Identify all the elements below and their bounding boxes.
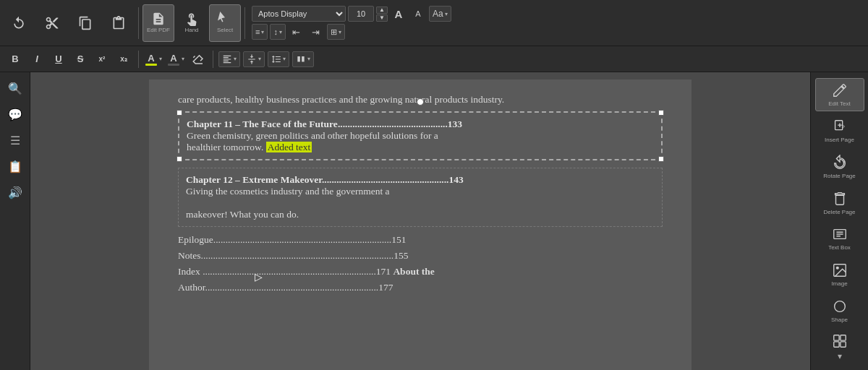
- highlight-letter: A: [148, 53, 154, 64]
- rotate-handle[interactable]: [417, 98, 424, 106]
- insert-page-button[interactable]: Insert Page: [815, 114, 864, 147]
- rotate-page-button[interactable]: Rotate Page: [815, 150, 864, 184]
- erase-format-button[interactable]: [189, 50, 208, 69]
- italic-button[interactable]: I: [27, 50, 46, 69]
- index-line: Index ..................................…: [178, 266, 663, 278]
- font-size-controls: ▲ ▼: [376, 7, 388, 22]
- align-dropdown[interactable]: ≡▾: [252, 24, 268, 40]
- font-size-input[interactable]: [348, 6, 374, 22]
- handle-top-left[interactable]: [176, 110, 182, 116]
- indent-increase[interactable]: ⇥: [307, 24, 325, 40]
- svg-rect-5: [833, 335, 838, 340]
- underline-button[interactable]: U: [49, 50, 68, 69]
- chapter12-body: Giving the cosmetics industry and the go…: [186, 186, 655, 220]
- edit-pdf-button[interactable]: Edit PDF: [142, 4, 174, 42]
- text-color-dropdown-arrow[interactable]: ▾: [182, 56, 184, 62]
- hand-button[interactable]: Hand: [176, 4, 208, 42]
- paste-button[interactable]: [103, 4, 135, 42]
- select-label: Select: [217, 27, 233, 34]
- paragraph-align-dropdown[interactable]: ▾: [218, 51, 240, 67]
- menu-icon[interactable]: ☰: [5, 130, 25, 150]
- chapter11-box[interactable]: Chapter 11 – The Face of the Future.....…: [178, 111, 663, 160]
- font-size-up[interactable]: ▲: [376, 7, 388, 14]
- notes-line: Notes...................................…: [178, 250, 663, 262]
- text-box-button[interactable]: Text Box: [815, 223, 864, 256]
- text-color-bar: [168, 64, 179, 66]
- separator-4: [213, 51, 213, 68]
- superscript-button[interactable]: x²: [93, 50, 111, 69]
- font-family-select[interactable]: Aptos Display: [252, 6, 346, 22]
- edit-text-button[interactable]: Edit Text: [815, 78, 864, 111]
- audio-icon[interactable]: 🔊: [5, 182, 25, 202]
- delete-page-label: Delete Page: [823, 209, 855, 215]
- more-tools-button[interactable]: ▾: [815, 330, 864, 364]
- font-shrink-button[interactable]: A: [409, 6, 427, 22]
- toolbar-bottom: B I U S x² x₂ A ▾ A ▾ ▾ ▾ ▾: [0, 46, 868, 72]
- line-space-dropdown[interactable]: ▾: [268, 51, 289, 67]
- text-color-button[interactable]: A ▾: [166, 51, 186, 67]
- svg-rect-8: [840, 342, 845, 347]
- separator-1: [138, 7, 139, 39]
- edit-pdf-label: Edit PDF: [147, 27, 170, 34]
- chapter11-title: Chapter 11 – The Face of the Future.....…: [187, 119, 654, 130]
- chapter12-box[interactable]: Chapter 12 – Extreme Makeover...........…: [178, 168, 663, 227]
- delete-page-button[interactable]: Delete Page: [815, 186, 864, 220]
- handle-bottom-right[interactable]: [658, 156, 664, 162]
- image-label: Image: [831, 280, 847, 287]
- insert-page-label: Insert Page: [825, 137, 854, 143]
- text-box-label: Text Box: [828, 244, 851, 251]
- indent-decrease[interactable]: ⇤: [288, 24, 305, 40]
- chapter12-title: Chapter 12 – Extreme Makeover...........…: [186, 174, 655, 186]
- vert-align-dropdown[interactable]: ▾: [243, 51, 265, 67]
- text-color-letter: A: [170, 53, 176, 64]
- image-button[interactable]: Image: [815, 258, 864, 291]
- separator-2: [244, 7, 245, 39]
- search-icon[interactable]: 🔍: [5, 78, 25, 98]
- note-icon[interactable]: 📋: [5, 156, 25, 176]
- main-area: 🔍 💬 ☰ 📋 🔊 care products, healthy busines…: [0, 72, 868, 370]
- highlight-dropdown-arrow[interactable]: ▾: [159, 56, 162, 62]
- left-sidebar: 🔍 💬 ☰ 📋 🔊: [0, 72, 30, 370]
- svg-rect-6: [840, 335, 845, 340]
- handle-top-right[interactable]: [658, 110, 664, 116]
- comments-icon[interactable]: 💬: [5, 104, 25, 124]
- right-toolbar: Edit Text Insert Page Rotate Page Delete…: [810, 72, 868, 370]
- chapter11-body: Green chemistry, green politics and othe…: [187, 130, 654, 153]
- undo-button[interactable]: [3, 4, 35, 42]
- subscript-button[interactable]: x₂: [114, 50, 133, 69]
- line-spacing-dropdown[interactable]: ↕▾: [270, 24, 286, 40]
- font-grow-button[interactable]: A: [390, 6, 407, 22]
- strikethrough-button[interactable]: S: [71, 50, 90, 69]
- columns-dropdown[interactable]: ⊞▾: [327, 24, 345, 40]
- font-row-2: ≡▾ ↕▾ ⇤ ⇥ ⊞▾: [252, 24, 451, 40]
- toolbar-top: Edit PDF Hand Select Aptos Display ▲ ▼ A…: [0, 0, 868, 46]
- document-page: care products, healthy business practice…: [149, 79, 692, 370]
- svg-point-3: [836, 267, 838, 270]
- more-tools-arrow: ▾: [838, 351, 842, 361]
- hand-label: Hand: [184, 27, 198, 34]
- rotate-page-label: Rotate Page: [823, 173, 855, 179]
- font-section: Aptos Display ▲ ▼ A A Aa▾ ≡▾ ↕▾ ⇤ ⇥ ⊞▾: [249, 6, 454, 40]
- separator-3: [138, 51, 139, 68]
- document-area: care products, healthy business practice…: [30, 72, 810, 370]
- copy-button[interactable]: [69, 4, 101, 42]
- columns-format-dropdown[interactable]: ▾: [292, 51, 314, 67]
- font-row-1: Aptos Display ▲ ▼ A A Aa▾: [252, 6, 451, 22]
- highlight-color-bar: [145, 64, 157, 66]
- highlight-color-button[interactable]: A ▾: [144, 51, 163, 67]
- cut-button[interactable]: [36, 4, 68, 42]
- author-line: Author..................................…: [178, 282, 663, 293]
- edit-text-label: Edit Text: [828, 100, 851, 107]
- shape-button[interactable]: Shape: [815, 294, 864, 327]
- font-options-dropdown[interactable]: Aa▾: [429, 6, 451, 22]
- shape-label: Shape: [831, 317, 848, 323]
- svg-point-4: [834, 301, 845, 312]
- select-button[interactable]: Select: [209, 4, 241, 42]
- bold-button[interactable]: B: [6, 50, 25, 69]
- svg-rect-7: [833, 342, 838, 347]
- handle-bottom-left[interactable]: [176, 156, 182, 162]
- font-size-down[interactable]: ▼: [376, 14, 388, 22]
- added-text-highlight: Added text: [266, 142, 312, 152]
- epilogue-line: Epilogue................................…: [178, 234, 663, 246]
